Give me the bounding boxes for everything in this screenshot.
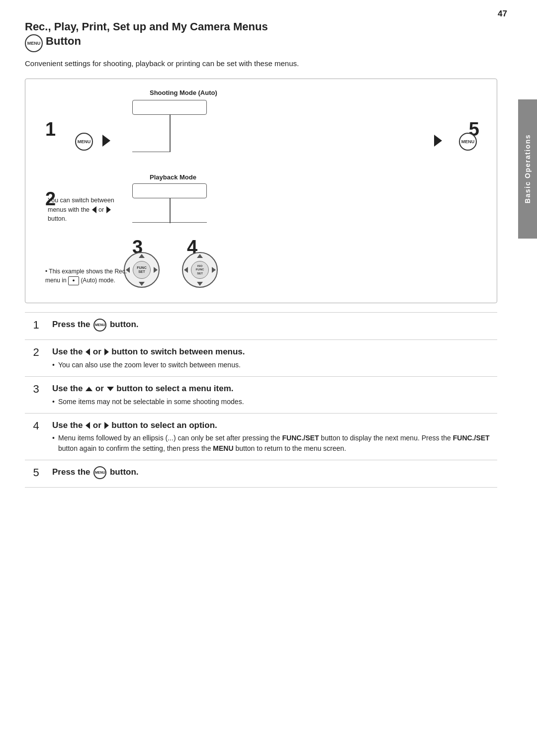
arrow-left-s4 [86, 422, 90, 429]
func-outer-4: ISOFUNCSET [182, 252, 218, 288]
step-sub-4: Menu items followed by an ellipsis (...)… [52, 433, 492, 454]
menu-bold: MENU [213, 444, 233, 452]
menu-circle-1: MENU [75, 133, 93, 151]
playback-mode-label: Playback Mode [150, 173, 196, 181]
title-sub: Button [43, 35, 81, 47]
arrow-right-4 [212, 267, 216, 273]
arrow-up-3 [139, 254, 145, 258]
page-number: 47 [498, 9, 507, 19]
step-content-2: Use the or button to switch between menu… [47, 339, 497, 376]
funcset-bold-1: FUNC./SET [282, 434, 319, 442]
arrow-up-4 [197, 254, 203, 258]
arrow-right-step2 [106, 206, 111, 213]
diagram-step5-menu-icon: MENU [459, 133, 477, 151]
bottom-note-line2: menu in [45, 277, 68, 284]
step-main-5: Press the MENU button. [52, 466, 492, 479]
diagram-step1-menu-icon: MENU [75, 133, 93, 151]
arrow-right-3 [154, 267, 158, 273]
page-title: Rec., Play, Print, Set up and My Camera … [25, 20, 497, 52]
page-content: Rec., Play, Print, Set up and My Camera … [0, 0, 537, 507]
step-row-5: 5 Press the MENU button. [25, 460, 497, 488]
arrow-up-s3 [86, 387, 92, 391]
menu-circle-5: MENU [459, 133, 477, 151]
diagram-box: Shooting Mode (Auto) 1 MENU 5 MENU [25, 79, 497, 303]
step-row-4: 4 Use the or button to select an option.… [25, 413, 497, 460]
step-sub-3: Some items may not be selectable in some… [52, 397, 492, 407]
funcset-bold-2: FUNC./SET [453, 434, 490, 442]
diagram-inner: Shooting Mode (Auto) 1 MENU 5 MENU [35, 89, 484, 293]
menu-icon-step5: MENU [93, 466, 106, 479]
arrow-left-s2 [86, 348, 90, 355]
step-main-2: Use the or button to switch between menu… [52, 346, 492, 358]
step-row-1: 1 Press the MENU button. [25, 312, 497, 339]
arrow-right-s4 [104, 422, 109, 429]
diagram-step1-num: 1 [45, 119, 56, 140]
step-row-2: 2 Use the or button to switch between me… [25, 339, 497, 376]
title-main: Rec., Play, Print, Set up and My Camera … [25, 20, 268, 33]
arrow-right-s2 [104, 348, 109, 355]
menu-icon-step1: MENU [93, 319, 106, 332]
step-content-4: Use the or button to select an option. M… [47, 413, 497, 460]
diagram-step2-text: You can switch between menus with the or… [48, 196, 127, 224]
playback-mode-box [132, 183, 207, 198]
play-line-r [170, 222, 207, 223]
step-row-3: 3 Use the or button to select a menu ite… [25, 376, 497, 413]
func-inner-3: FUNCSET [133, 261, 151, 279]
sidebar-tab: Basic Operations [518, 99, 537, 239]
arrow-left-4 [184, 267, 188, 273]
shoot-line-v [170, 115, 171, 152]
arrow-down-3 [139, 282, 145, 286]
step-num-5: 5 [25, 460, 47, 488]
step-num-2: 2 [25, 339, 47, 376]
bottom-note-line1: • This example shows the Rec. [45, 268, 127, 275]
arrow-left-step2 [92, 206, 96, 213]
step-num-4: 4 [25, 413, 47, 460]
diagram-step1-arrow [102, 135, 110, 147]
arrow-down-s3 [107, 387, 114, 391]
step-sub-2: You can also use the zoom lever to switc… [52, 360, 492, 370]
rec-icon: ● [68, 276, 79, 285]
sidebar-label: Basic Operations [524, 134, 532, 203]
arrow-right-1 [102, 135, 110, 147]
step-num-3: 3 [25, 376, 47, 413]
step-main-1: Press the MENU button. [52, 319, 492, 332]
diagram-bottom-note: • This example shows the Rec. menu in ● … [45, 267, 130, 285]
intro-text: Convenient settings for shooting, playba… [25, 58, 497, 70]
step-content-5: Press the MENU button. [47, 460, 497, 488]
play-line-l [132, 222, 170, 223]
step-content-3: Use the or button to select a menu item.… [47, 376, 497, 413]
step-num-1: 1 [25, 312, 47, 339]
arrow-down-4 [197, 282, 203, 286]
diagram-step5-arrow [434, 135, 442, 147]
arrow-right-5 [434, 135, 442, 147]
instruction-table: 1 Press the MENU button. 2 Use the or bu… [25, 312, 497, 488]
shooting-mode-label: Shooting Mode (Auto) [150, 89, 217, 96]
bottom-note-line3: (Auto) mode. [81, 277, 115, 284]
func-inner-4: ISOFUNCSET [191, 261, 209, 279]
play-line-v [170, 198, 171, 223]
shooting-mode-box [132, 100, 207, 115]
step-main-3: Use the or button to select a menu item. [52, 383, 492, 395]
step-main-4: Use the or button to select an option. [52, 420, 492, 431]
menu-icon-title: MENU [25, 34, 43, 52]
shoot-line-h [132, 152, 170, 153]
diagram-step4-func-icon: ISOFUNCSET [182, 252, 218, 288]
step-content-1: Press the MENU button. [47, 312, 497, 339]
